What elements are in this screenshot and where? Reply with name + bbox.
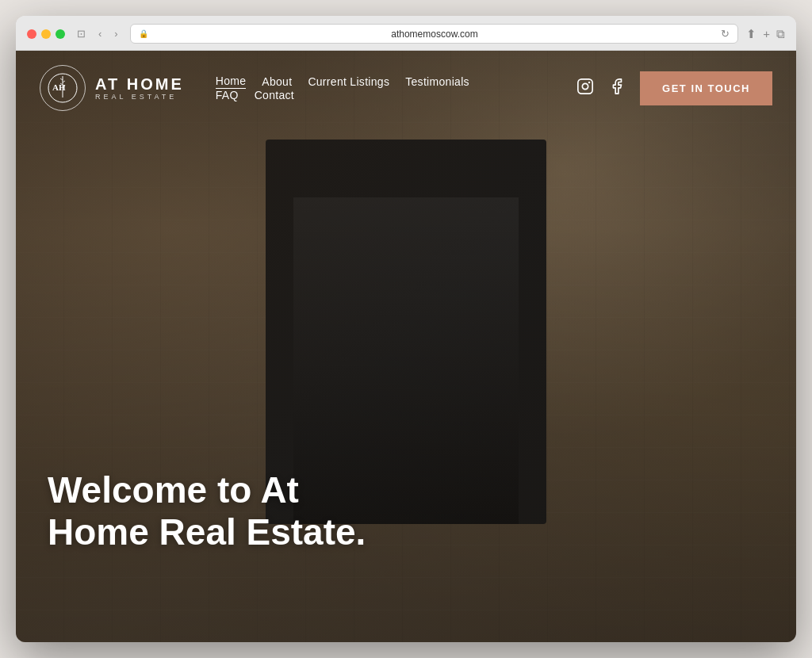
forward-button[interactable]: › [110,26,121,41]
fullscreen-button[interactable] [56,29,65,39]
nav-links: Home About Current Listings Testimonials… [216,75,576,101]
share-icon[interactable]: ⬆ [746,27,756,41]
nav-row-2: FAQ Contact [216,89,576,101]
tabs-icon[interactable]: ⧉ [776,27,785,41]
sidebar-toggle-icon[interactable]: ⊡ [73,26,90,41]
browser-controls: ⊡ ‹ › [73,26,122,41]
nav-row-1: Home About Current Listings Testimonials [216,75,576,89]
svg-rect-7 [578,78,592,93]
svg-text:AH: AH [52,82,66,92]
nav-link-listings[interactable]: Current Listings [308,75,389,88]
svg-point-9 [589,82,590,82]
nav-link-testimonials[interactable]: Testimonials [405,75,469,88]
logo-area: AH AT HOME REAL ESTATE [40,65,184,111]
nav-right: GET IN TOUCH [576,71,772,105]
facebook-icon[interactable] [608,78,626,99]
svg-point-8 [582,83,588,89]
nav-link-contact[interactable]: Contact [255,89,294,101]
browser-actions: ⬆ + ⧉ [746,27,785,41]
logo-text: AT HOME REAL ESTATE [95,75,184,101]
traffic-lights [27,29,65,39]
lock-icon: 🔒 [139,29,148,38]
logo-main-text: AT HOME [95,75,184,93]
website-content: AH AT HOME REAL ESTATE [16,51,796,642]
logo-svg: AH [47,72,79,104]
nav-link-faq[interactable]: FAQ [216,89,239,101]
address-bar[interactable]: 🔒 athomemoscow.com ↻ [130,24,739,44]
nav-link-home[interactable]: Home [216,75,247,89]
url-text: athomemoscow.com [153,29,717,40]
instagram-icon[interactable] [576,78,594,99]
main-nav: AH AT HOME REAL ESTATE [16,51,796,125]
nav-link-about[interactable]: About [262,75,292,88]
close-button[interactable] [27,29,36,39]
back-button[interactable]: ‹ [94,26,105,41]
reload-icon[interactable]: ↻ [721,28,730,40]
logo-sub-text: REAL ESTATE [95,93,184,101]
hero-content: Welcome to At Home Real Estate. [48,469,381,553]
new-tab-icon[interactable]: + [763,27,770,40]
get-in-touch-button[interactable]: GET IN TOUCH [640,71,772,105]
minimize-button[interactable] [41,29,51,39]
browser-window: ⊡ ‹ › 🔒 athomemoscow.com ↻ ⬆ + ⧉ [16,16,796,642]
browser-chrome: ⊡ ‹ › 🔒 athomemoscow.com ↻ ⬆ + ⧉ [16,16,796,51]
hero-title: Welcome to At Home Real Estate. [48,469,381,553]
logo-circle: AH [40,65,86,111]
